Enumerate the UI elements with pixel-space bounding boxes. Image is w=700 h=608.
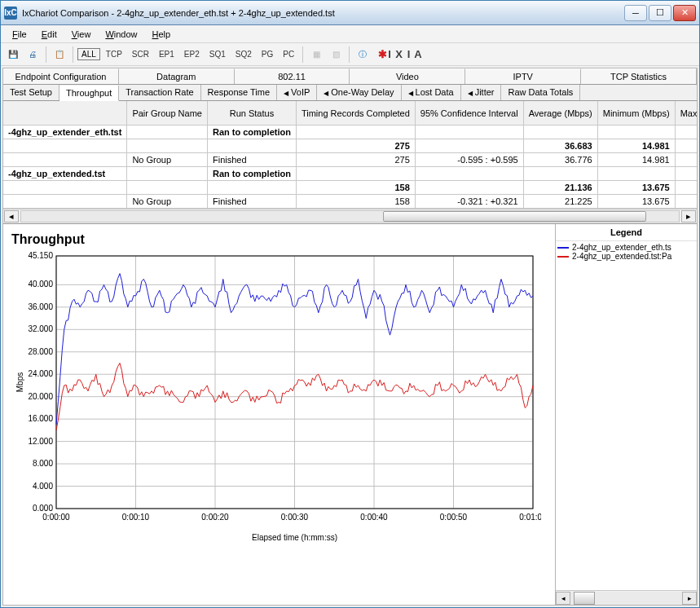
titlebar[interactable]: IxC IxChariot Comparison - 2-4ghz_up_ext… <box>1 1 699 25</box>
svg-text:8.000: 8.000 <box>33 459 53 468</box>
main-panel: Endpoint Configuration Datagram 802.11 V… <box>2 68 698 606</box>
legend-item[interactable]: 2-4ghz_up_extended.tst:Pa <box>557 252 695 261</box>
filter-scr[interactable]: SCR <box>128 47 153 61</box>
svg-text:45.150: 45.150 <box>28 252 53 260</box>
svg-text:0:00:30: 0:00:30 <box>281 513 309 522</box>
table-row[interactable]: No Group Finished 275 -0.595 : +0.595 36… <box>3 153 697 167</box>
svg-text:0:00:00: 0:00:00 <box>42 513 70 522</box>
toolbar-extra-1: ▦ <box>307 46 325 64</box>
svg-text:32.000: 32.000 <box>28 324 53 333</box>
svg-text:0:00:20: 0:00:20 <box>201 513 229 522</box>
col-run-status[interactable]: Run Status <box>208 101 297 126</box>
menu-window[interactable]: Window <box>99 28 143 41</box>
svg-text:20.000: 20.000 <box>28 392 53 401</box>
tab-throughput[interactable]: Throughput <box>59 86 119 101</box>
menu-view[interactable]: View <box>65 28 98 41</box>
tab-video[interactable]: Video <box>350 68 465 84</box>
print-icon[interactable]: 🖨 <box>24 46 42 64</box>
table-row[interactable]: -4ghz_up_extender_eth.tst Ran to complet… <box>3 126 697 139</box>
filter-ep2[interactable]: EP2 <box>180 47 204 61</box>
legend-horizontal-scrollbar[interactable]: ◂ ▸ <box>556 590 697 605</box>
svg-text:36.000: 36.000 <box>28 302 53 311</box>
throughput-chart[interactable]: Throughput 0.0004.0008.00012.00016.00020… <box>3 224 555 605</box>
toolbar-extra-2: ▧ <box>327 46 345 64</box>
filter-all-button[interactable]: ALL <box>77 48 100 60</box>
tab-jitter[interactable]: ◀Jitter <box>461 85 502 100</box>
tab-response-time[interactable]: Response Time <box>201 85 277 100</box>
ixia-logo: ✱I X I A <box>378 48 423 60</box>
svg-text:0:00:10: 0:00:10 <box>122 513 150 522</box>
chart-title: Throughput <box>11 232 547 247</box>
menu-help[interactable]: Help <box>146 28 178 41</box>
upper-tabs: Endpoint Configuration Datagram 802.11 V… <box>3 68 697 85</box>
col-min[interactable]: Minimum (Mbps) <box>598 101 676 126</box>
chart-svg: 0.0004.0008.00012.00016.00020.00024.0002… <box>11 252 541 545</box>
menubar: File Edit View Window Help <box>1 25 699 43</box>
filter-pg[interactable]: PG <box>258 47 277 61</box>
close-button[interactable]: ✕ <box>673 5 696 21</box>
app-icon: IxC <box>4 7 17 20</box>
filter-pc[interactable]: PC <box>279 47 298 61</box>
chart-area: Throughput 0.0004.0008.00012.00016.00020… <box>3 224 697 605</box>
svg-text:28.000: 28.000 <box>28 347 53 356</box>
window-controls: ─ ☐ ✕ <box>624 5 696 21</box>
legend-body: 2-4ghz_up_extender_eth.ts2-4ghz_up_exten… <box>556 241 697 590</box>
maximize-button[interactable]: ☐ <box>649 5 671 21</box>
col-confidence[interactable]: 95% Confidence Interval <box>416 101 524 126</box>
menu-edit[interactable]: Edit <box>35 28 64 41</box>
table-row[interactable]: No Group Finished 158 -0.321 : +0.321 21… <box>3 195 697 209</box>
tab-transaction-rate[interactable]: Transaction Rate <box>119 85 200 100</box>
save-icon[interactable]: 💾 <box>4 46 22 64</box>
col-avg[interactable]: Average (Mbps) <box>524 101 598 126</box>
tab-raw-data-totals[interactable]: Raw Data Totals <box>501 85 580 100</box>
filter-sq1[interactable]: SQ1 <box>205 47 230 61</box>
tab-voip[interactable]: ◀VoIP <box>277 85 317 100</box>
svg-text:0:00:40: 0:00:40 <box>360 513 388 522</box>
col-timing-records[interactable]: Timing Records Completed <box>297 101 416 126</box>
col-pair-group[interactable]: Pair Group Name <box>127 101 208 126</box>
copy-icon: 📋 <box>51 46 68 64</box>
svg-text:16.000: 16.000 <box>28 414 53 423</box>
svg-text:0:00:50: 0:00:50 <box>440 513 468 522</box>
legend-panel: Legend 2-4ghz_up_extender_eth.ts2-4ghz_u… <box>555 224 697 605</box>
col-file[interactable] <box>3 101 127 126</box>
tab-80211[interactable]: 802.11 <box>235 68 350 84</box>
svg-text:Mbps: Mbps <box>15 372 24 392</box>
svg-text:40.000: 40.000 <box>28 280 53 289</box>
col-max[interactable]: Maximum (Mbps) <box>676 101 697 126</box>
svg-text:0.000: 0.000 <box>33 504 53 513</box>
filter-sq2[interactable]: SQ2 <box>231 47 256 61</box>
menu-file[interactable]: File <box>6 28 33 41</box>
legend-title: Legend <box>556 224 697 241</box>
results-grid: Pair Group Name Run Status Timing Record… <box>3 101 697 224</box>
minimize-button[interactable]: ─ <box>624 5 647 21</box>
tab-lost-data[interactable]: ◀Lost Data <box>402 85 461 100</box>
tab-endpoint-config[interactable]: Endpoint Configuration <box>3 68 119 84</box>
tab-test-setup[interactable]: Test Setup <box>3 85 59 100</box>
filter-tcp[interactable]: TCP <box>102 47 126 61</box>
table-row[interactable]: 158 21.136 13.675 26.936 <box>3 181 697 195</box>
scroll-right-icon[interactable]: ▸ <box>682 592 697 605</box>
legend-item[interactable]: 2-4ghz_up_extender_eth.ts <box>557 243 695 252</box>
lower-tabs: Test Setup Throughput Transaction Rate R… <box>3 85 697 101</box>
svg-text:Elapsed time (h:mm:ss): Elapsed time (h:mm:ss) <box>252 533 337 542</box>
table-row[interactable]: 275 36.683 14.981 42.328 <box>3 139 697 153</box>
grid-horizontal-scrollbar[interactable]: ◂ ▸ <box>3 209 697 223</box>
tab-iptv[interactable]: IPTV <box>465 68 581 84</box>
window-title: IxChariot Comparison - 2-4ghz_up_extende… <box>22 8 624 18</box>
tab-datagram[interactable]: Datagram <box>119 68 235 84</box>
svg-text:0:01:00: 0:01:00 <box>519 513 541 522</box>
svg-text:4.000: 4.000 <box>33 482 53 491</box>
toolbar: 💾 🖨 📋 ALL TCP SCR EP1 EP2 SQ1 SQ2 PG PC … <box>1 43 699 66</box>
tab-tcp-stats[interactable]: TCP Statistics <box>581 68 697 84</box>
scroll-left-icon[interactable]: ◂ <box>556 592 570 605</box>
svg-text:12.000: 12.000 <box>28 437 53 446</box>
app-window: IxC IxChariot Comparison - 2-4ghz_up_ext… <box>0 0 700 608</box>
info-icon[interactable]: ⓘ <box>354 46 372 64</box>
filter-ep1[interactable]: EP1 <box>155 47 178 61</box>
tab-one-way-delay[interactable]: ◀One-Way Delay <box>317 85 401 100</box>
table-row[interactable]: -4ghz_up_extended.tst Ran to completion <box>3 167 697 181</box>
svg-text:24.000: 24.000 <box>28 369 53 378</box>
